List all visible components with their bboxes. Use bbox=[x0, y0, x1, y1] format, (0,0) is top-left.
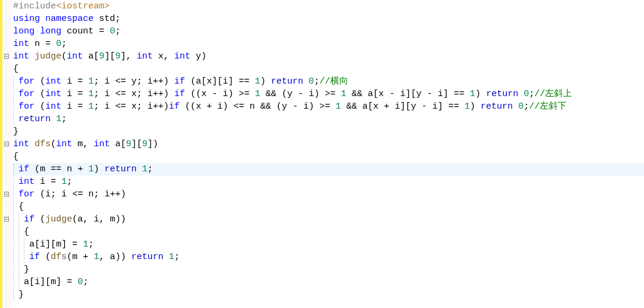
whitespace bbox=[126, 100, 131, 113]
whitespace bbox=[357, 100, 363, 113]
code-line[interactable]: int dfs(int m, int a[9][9]) bbox=[13, 138, 644, 150]
whitespace bbox=[465, 88, 470, 100]
token-id: i bbox=[222, 75, 228, 88]
code-line[interactable]: { bbox=[13, 63, 644, 75]
whitespace bbox=[29, 138, 35, 150]
fold-marker[interactable]: ⊟ bbox=[2, 213, 11, 226]
code-line[interactable]: } bbox=[13, 263, 644, 276]
token-op: - bbox=[212, 88, 217, 100]
code-line[interactable]: if (m == n + 1) return 1; bbox=[13, 163, 644, 175]
whitespace bbox=[126, 251, 131, 263]
token-id: x bbox=[379, 88, 384, 100]
fold-gutter[interactable]: ⊟⊟⊟⊟ bbox=[2, 0, 11, 308]
whitespace bbox=[459, 100, 465, 113]
code-line[interactable]: for (int i = 1; i <= x; i++)if ((x + i) … bbox=[13, 100, 644, 113]
token-id: a bbox=[110, 251, 115, 263]
code-line[interactable]: int judge(int a[9][9], int x, int y) bbox=[13, 50, 644, 63]
whitespace bbox=[35, 75, 40, 88]
code-line[interactable]: for (i; i <= n; i++) bbox=[13, 188, 644, 201]
whitespace bbox=[45, 163, 51, 175]
token-id: i bbox=[104, 188, 110, 201]
token-op: >= bbox=[325, 88, 336, 100]
whitespace bbox=[137, 163, 142, 175]
token-kw: long bbox=[40, 25, 61, 38]
token-num: 1 bbox=[470, 88, 475, 100]
whitespace bbox=[298, 100, 304, 113]
token-id: i bbox=[67, 75, 72, 88]
whitespace bbox=[448, 88, 454, 100]
code-line[interactable]: } bbox=[13, 125, 644, 138]
code-line[interactable]: int i = 1; bbox=[13, 175, 644, 188]
token-num: 1 bbox=[56, 113, 61, 125]
code-line[interactable]: #include<iostream> bbox=[13, 0, 644, 13]
token-id: x bbox=[373, 100, 379, 113]
code-line[interactable]: using namespace std; bbox=[13, 13, 644, 25]
whitespace bbox=[244, 100, 250, 113]
token-num: 9 bbox=[126, 138, 131, 150]
token-op: - bbox=[293, 100, 298, 113]
code-line[interactable]: if (judge(a, i, m)) bbox=[13, 213, 644, 226]
token-id: i bbox=[67, 88, 72, 100]
whitespace bbox=[271, 100, 277, 113]
fold-marker[interactable]: ⊟ bbox=[2, 138, 11, 150]
token-id: i bbox=[104, 75, 110, 88]
indent-guide bbox=[13, 88, 14, 100]
token-inc: <iostream> bbox=[56, 0, 110, 13]
whitespace bbox=[40, 251, 45, 263]
token-num: 1 bbox=[88, 100, 94, 113]
token-id: x bbox=[131, 88, 137, 100]
code-line[interactable]: { bbox=[13, 150, 644, 163]
token-op: [ bbox=[94, 50, 99, 63]
token-id: a bbox=[368, 88, 373, 100]
whitespace bbox=[314, 100, 320, 113]
token-id: count bbox=[67, 25, 94, 38]
indent-guide bbox=[13, 113, 14, 125]
token-op: = bbox=[99, 25, 104, 38]
token-op: ][ bbox=[40, 276, 51, 288]
code-line[interactable]: } bbox=[13, 288, 644, 301]
token-op: ( bbox=[282, 88, 287, 100]
whitespace bbox=[110, 75, 115, 88]
whitespace bbox=[131, 50, 137, 63]
token-op: + bbox=[78, 163, 83, 175]
code-line[interactable]: for (int i = 1; i <= y; i++) if (a[x][i]… bbox=[13, 75, 644, 88]
token-num: 1 bbox=[169, 251, 174, 263]
token-op: ; bbox=[174, 251, 179, 263]
code-line[interactable]: { bbox=[13, 201, 644, 213]
code-line[interactable]: a[i][m] = 0; bbox=[13, 276, 644, 288]
indent-guide bbox=[24, 238, 25, 251]
token-op: [ bbox=[35, 238, 40, 251]
code-line[interactable]: long long count = 0; bbox=[13, 25, 644, 38]
code-area[interactable]: #include<iostream>using namespace std;lo… bbox=[11, 0, 644, 308]
fold-marker[interactable]: ⊟ bbox=[2, 188, 11, 201]
fold-marker[interactable]: ⊟ bbox=[2, 50, 11, 63]
token-op: - bbox=[422, 100, 427, 113]
token-num: 1 bbox=[88, 163, 94, 175]
token-op: = bbox=[67, 276, 72, 288]
token-num: 0 bbox=[56, 38, 61, 50]
token-cmt: //左斜下 bbox=[529, 100, 566, 113]
fold-marker bbox=[2, 238, 11, 251]
token-id: a bbox=[115, 138, 120, 150]
token-op: ; bbox=[529, 88, 534, 100]
code-line[interactable]: return 1; bbox=[13, 113, 644, 125]
whitespace bbox=[518, 88, 524, 100]
code-line[interactable]: for (int i = 1; i <= x; i++) if ((x - i)… bbox=[13, 88, 644, 100]
token-op: ( bbox=[45, 251, 51, 263]
code-line[interactable]: a[i][m] = 1; bbox=[13, 238, 644, 251]
token-op: ; bbox=[137, 75, 142, 88]
code-line[interactable]: if (dfs(m + 1, a)) return 1; bbox=[13, 251, 644, 263]
token-op: ; bbox=[524, 100, 529, 113]
token-op: ( bbox=[72, 213, 78, 226]
whitespace bbox=[83, 188, 88, 201]
code-line[interactable]: { bbox=[13, 226, 644, 238]
code-line[interactable]: int n = 0; bbox=[13, 38, 644, 50]
whitespace bbox=[266, 75, 271, 88]
token-op: ( bbox=[277, 100, 282, 113]
token-op: ; bbox=[94, 188, 99, 201]
whitespace bbox=[83, 163, 88, 175]
whitespace bbox=[72, 75, 78, 88]
whitespace bbox=[83, 100, 88, 113]
token-op: - bbox=[427, 88, 432, 100]
token-id: m bbox=[51, 276, 56, 288]
